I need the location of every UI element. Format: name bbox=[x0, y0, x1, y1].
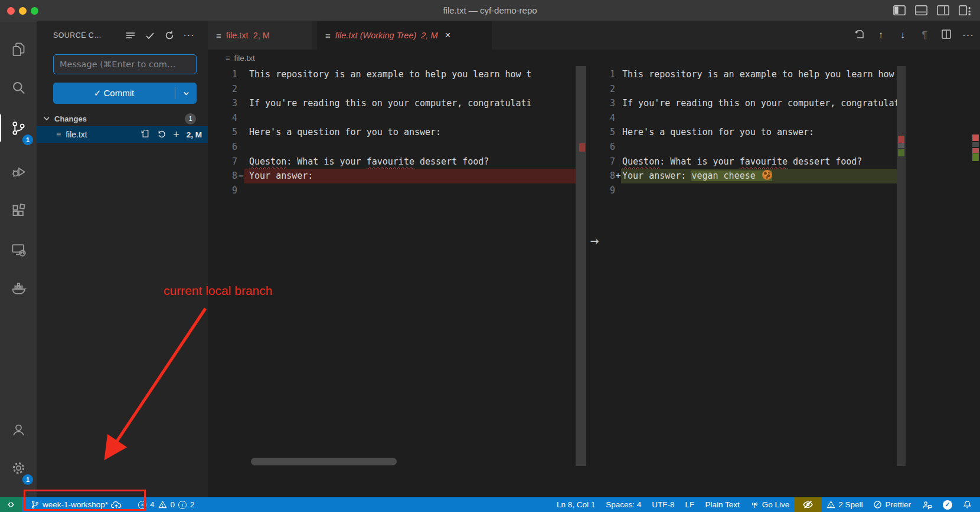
close-tab-icon[interactable]: × bbox=[445, 29, 450, 41]
changes-section-header[interactable]: Changes 1 bbox=[37, 111, 208, 126]
discard-changes-icon[interactable] bbox=[156, 129, 166, 141]
eol-item[interactable]: LF bbox=[680, 497, 700, 512]
sidebar-item-explorer[interactable] bbox=[0, 34, 37, 64]
source-control-badge: 1 bbox=[22, 134, 33, 145]
sidebar-item-docker[interactable] bbox=[0, 274, 37, 303]
overview-mark bbox=[972, 153, 979, 161]
encoding-item[interactable]: UTF-8 bbox=[646, 497, 680, 512]
file-icon: ≡ bbox=[325, 31, 331, 41]
status-check-item[interactable]: ✓ bbox=[937, 497, 958, 512]
source-control-sidebar: SOURCE C… ··· ✓ Commit Changes bbox=[37, 21, 208, 497]
breadcrumb[interactable]: ≡ file.txt bbox=[208, 50, 980, 66]
tab-file-txt[interactable]: ≡ file.txt 2, M bbox=[208, 21, 312, 50]
code-line-original-5[interactable]: 5Here's a question for you to answer: bbox=[208, 125, 576, 140]
extensions-icon bbox=[11, 203, 27, 219]
indentation-item[interactable]: Spaces: 4 bbox=[600, 497, 646, 512]
error-count: 4 bbox=[150, 500, 155, 509]
tab-file-txt-working-tree[interactable]: ≡ file.txt (Working Tree) 2, M × bbox=[317, 21, 492, 50]
code-line-modified-7[interactable]: 7Queston: What is your favourite dessert… bbox=[602, 155, 897, 169]
cookie-emoji bbox=[762, 170, 772, 180]
tab-label: file.txt bbox=[226, 31, 249, 40]
spell-visibility-warning-item[interactable] bbox=[795, 497, 821, 512]
code-line-original-8[interactable]: 8−Your answer: bbox=[208, 169, 576, 183]
refresh-icon[interactable] bbox=[164, 29, 175, 41]
vertical-scrollbar-left[interactable] bbox=[576, 66, 586, 466]
diff-editor: 1This repository is an example to help y… bbox=[208, 66, 980, 497]
code-line-original-7[interactable]: 7Queston: What is your favourite dessert… bbox=[208, 155, 576, 169]
spell-label: 2 Spell bbox=[838, 500, 863, 509]
encoding: UTF-8 bbox=[652, 500, 674, 509]
code-line-original-1[interactable]: 1This repository is an example to help y… bbox=[208, 67, 576, 82]
line-number: 9 bbox=[208, 183, 237, 198]
commit-button[interactable]: ✓ Commit bbox=[53, 83, 197, 104]
sidebar-item-settings[interactable]: 1 bbox=[0, 453, 37, 483]
vertical-scrollbar-right[interactable] bbox=[897, 66, 906, 466]
horizontal-scrollbar-left[interactable] bbox=[251, 458, 397, 465]
code-line-original-4[interactable]: 4 bbox=[208, 111, 576, 126]
toggle-panel-icon[interactable] bbox=[914, 4, 928, 17]
sidebar-item-remote-explorer[interactable] bbox=[0, 235, 37, 264]
previous-change-icon[interactable]: ↑ bbox=[874, 29, 888, 41]
go-live-item[interactable]: Go Live bbox=[745, 497, 795, 512]
code-line-original-2[interactable]: 2 bbox=[208, 82, 576, 97]
code-text: Queston: What is your favourite dessert … bbox=[621, 155, 897, 169]
changed-file-row[interactable]: ≡ file.txt + 2, M bbox=[37, 126, 208, 143]
toggle-secondary-sidebar-icon[interactable] bbox=[936, 4, 950, 17]
diff-pane-original[interactable]: 1This repository is an example to help y… bbox=[208, 67, 576, 198]
code-line-modified-6[interactable]: 6 bbox=[602, 140, 897, 155]
code-text bbox=[244, 111, 576, 126]
cursor-position-item[interactable]: Ln 8, Col 1 bbox=[551, 497, 600, 512]
view-and-sort-icon[interactable] bbox=[125, 29, 136, 41]
diff-sign: + bbox=[615, 169, 621, 183]
commit-dropdown-chevron-icon[interactable] bbox=[175, 90, 197, 97]
diff-sign bbox=[237, 96, 244, 111]
code-line-modified-9[interactable]: 9 bbox=[602, 183, 897, 198]
notifications-item[interactable] bbox=[958, 497, 980, 512]
sidebar-item-extensions[interactable] bbox=[0, 196, 37, 225]
open-changes-icon[interactable] bbox=[852, 28, 866, 43]
code-line-modified-2[interactable]: 2 bbox=[602, 82, 897, 97]
commit-message-input[interactable] bbox=[53, 54, 197, 74]
info-count: 2 bbox=[190, 500, 195, 509]
split-editor-icon[interactable] bbox=[939, 28, 953, 43]
more-actions-icon[interactable]: ··· bbox=[183, 29, 195, 41]
toggle-sidebar-icon[interactable] bbox=[893, 4, 906, 17]
code-text bbox=[621, 140, 897, 155]
render-whitespace-icon[interactable]: ¶ bbox=[917, 29, 932, 41]
code-line-modified-4[interactable]: 4 bbox=[602, 111, 897, 126]
diff-sign bbox=[615, 82, 621, 97]
code-line-modified-5[interactable]: 5Here's a question for you to answer: bbox=[602, 125, 897, 140]
more-actions-icon[interactable]: ··· bbox=[961, 29, 975, 41]
code-line-original-6[interactable]: 6 bbox=[208, 140, 576, 155]
sidebar-item-run-debug[interactable] bbox=[0, 157, 37, 186]
sidebar-item-search[interactable] bbox=[0, 73, 37, 103]
sidebar-item-accounts[interactable] bbox=[0, 415, 37, 444]
language-mode-item[interactable]: Plain Text bbox=[700, 497, 744, 512]
changes-count-badge: 1 bbox=[185, 113, 196, 124]
customize-layout-icon[interactable] bbox=[958, 4, 972, 17]
commit-check-icon[interactable] bbox=[144, 29, 156, 41]
code-line-original-3[interactable]: 3If you're reading this on your computer… bbox=[208, 96, 576, 111]
spell-checker-item[interactable]: 2 Spell bbox=[821, 497, 868, 512]
code-line-modified-3[interactable]: 3If you're reading this on your computer… bbox=[602, 96, 897, 111]
code-line-original-9[interactable]: 9 bbox=[208, 183, 576, 198]
warning-count: 0 bbox=[171, 500, 175, 509]
prettier-item[interactable]: Prettier bbox=[868, 497, 916, 512]
branch-status-item[interactable]: week-1-workshop* bbox=[25, 497, 127, 512]
code-line-modified-8[interactable]: 8+Your answer: vegan cheese bbox=[602, 169, 897, 183]
stage-changes-icon[interactable]: + bbox=[173, 129, 179, 140]
problems-status-item[interactable]: × 4 0 i 2 bbox=[133, 497, 200, 512]
code-line-modified-1[interactable]: 1This repository is an example to help y… bbox=[602, 67, 897, 82]
remote-explorer-icon bbox=[11, 242, 27, 258]
next-change-icon[interactable]: ↓ bbox=[896, 29, 910, 41]
check-icon: ✓ bbox=[94, 88, 102, 98]
commit-button-label: Commit bbox=[104, 88, 135, 98]
diff-sign: − bbox=[237, 169, 244, 183]
open-file-icon[interactable] bbox=[140, 129, 150, 141]
remote-indicator[interactable] bbox=[0, 497, 22, 512]
diff-pane-modified[interactable]: 1This repository is an example to help y… bbox=[602, 67, 897, 198]
feedback-item[interactable] bbox=[916, 497, 937, 512]
overview-mark bbox=[898, 136, 904, 143]
diff-revert-arrow-icon[interactable]: → bbox=[587, 235, 602, 247]
sidebar-item-source-control[interactable]: 1 bbox=[0, 113, 37, 143]
